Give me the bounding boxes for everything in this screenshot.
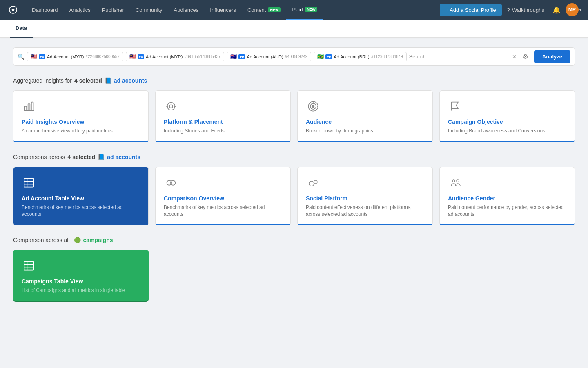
svg-point-5 <box>167 103 175 110</box>
card-paid-insights-overview[interactable]: Paid Insights Overview A comprehensive v… <box>13 90 149 142</box>
card-desc-campaigns-table: List of Campaigns and all metrics in sin… <box>22 287 140 294</box>
question-icon: ? <box>507 7 510 13</box>
account-name-4: Ad Account (BRL) <box>334 54 369 59</box>
card-social-platform[interactable]: Social Platform Paid content effectivene… <box>297 167 433 226</box>
svg-rect-10 <box>170 105 173 108</box>
clear-search-button[interactable]: ✕ <box>510 54 519 60</box>
target-icon <box>306 99 321 114</box>
campaigns-section-title: Comparison across all 🟢 campaigns <box>13 237 575 243</box>
svg-rect-1 <box>25 106 27 111</box>
svg-point-23 <box>309 181 314 186</box>
flag-aud: 🇦🇺 <box>230 54 237 60</box>
notifications-bell[interactable]: 🔔 <box>549 6 564 14</box>
nav-content[interactable]: Content NEW <box>242 0 287 20</box>
nav-paid[interactable]: Paid NEW <box>286 0 323 20</box>
flag-brl: 🇧🇷 <box>317 54 324 60</box>
bar-chart-icon <box>22 99 36 114</box>
card-audience-gender[interactable]: Audience Gender Paid content performance… <box>439 167 575 226</box>
add-social-profile-button[interactable]: + Add a Social Profile <box>440 4 502 16</box>
card-title-campaign-obj: Campaign Objective <box>448 119 566 125</box>
walkthroughs-button[interactable]: ? Walkthroughs <box>502 0 549 20</box>
account-tag-2[interactable]: 🇲🇾 Fb Ad Account (MYR) #691655143885437 <box>126 52 224 61</box>
card-desc-ad-account-table: Benchmarks of key metrics across selecte… <box>22 204 140 218</box>
svg-rect-3 <box>31 102 33 111</box>
crosshair-icon <box>164 99 178 114</box>
svg-rect-2 <box>28 104 30 110</box>
fb-icon-2: Fb <box>138 54 144 59</box>
fb-icon-3: Fb <box>238 54 245 59</box>
nav-publisher[interactable]: Publisher <box>96 0 130 20</box>
svg-rect-17 <box>24 178 33 187</box>
app-logo[interactable] <box>7 3 20 16</box>
content-badge: NEW <box>268 7 281 12</box>
account-id-1: #22688025000557 <box>85 54 119 59</box>
analyze-button[interactable]: Analyze <box>534 50 570 63</box>
card-comparison-overview[interactable]: Comparison Overview Benchmarks of key me… <box>155 167 291 226</box>
flag-myr-2: 🇲🇾 <box>129 54 136 60</box>
card-title-paid-insights: Paid Insights Overview <box>22 119 140 125</box>
campaigns-cards-row: Campaigns Table View List of Campaigns a… <box>13 250 575 302</box>
card-title-audience: Audience <box>306 119 424 125</box>
account-tag-3[interactable]: 🇦🇺 Fb Ad Account (AUD) #403589249 <box>227 52 311 61</box>
svg-point-13 <box>312 105 314 108</box>
people-icon <box>448 175 463 190</box>
card-title-audience-gender: Audience Gender <box>448 195 566 202</box>
nav-analytics[interactable]: Analytics <box>64 0 96 20</box>
account-name-3: Ad Account (AUD) <box>247 54 283 59</box>
card-platform-placement[interactable]: Platform & Placement Including Stories a… <box>155 90 291 142</box>
fb-icon-4: Fb <box>325 54 332 59</box>
nav-community[interactable]: Community <box>130 0 168 20</box>
tab-data[interactable]: Data <box>10 20 33 38</box>
card-desc-comparison-overview: Benchmarks of key metrics across selecte… <box>164 204 282 218</box>
nav-audiences[interactable]: Audiences <box>168 0 205 20</box>
nav-dashboard[interactable]: Dashboard <box>26 0 64 20</box>
search-bar: 🔍 🇲🇾 Fb Ad Account (MYR) #22688025000557… <box>13 47 575 66</box>
card-title-ad-account-table: Ad Account Table View <box>22 195 140 202</box>
card-ad-account-table[interactable]: Ad Account Table View Benchmarks of key … <box>13 167 149 226</box>
svg-point-26 <box>457 180 459 182</box>
comparison-icon <box>164 175 178 190</box>
account-id-4: #1129887384649 <box>371 54 403 59</box>
account-id-3: #403589249 <box>285 54 308 59</box>
nav-influencers[interactable]: Influencers <box>204 0 242 20</box>
table-green-icon <box>22 258 36 273</box>
flag-myr-1: 🇲🇾 <box>31 54 37 60</box>
account-name-2: Ad Account (MYR) <box>146 54 183 59</box>
account-tag-1[interactable]: 🇲🇾 Fb Ad Account (MYR) #22688025000557 <box>27 52 123 61</box>
search-input[interactable] <box>409 54 508 60</box>
flag-icon <box>448 99 463 114</box>
comparisons-section-title: Comparisons across 4 selected 📘 ad accou… <box>13 154 575 160</box>
svg-point-24 <box>314 180 317 184</box>
subnav: Data <box>0 20 588 38</box>
card-campaigns-table-view[interactable]: Campaigns Table View List of Campaigns a… <box>13 250 149 302</box>
fb-icon-1: Fb <box>39 54 45 59</box>
card-desc-paid-insights: A comprehensive view of key paid metrics <box>22 128 140 135</box>
avatar-dropdown-arrow[interactable]: ▾ <box>579 8 581 12</box>
facebook-icon-agg: 📘 <box>105 77 111 84</box>
circles-icon <box>306 175 321 190</box>
card-campaign-objective[interactable]: Campaign Objective Including Brand aware… <box>439 90 575 142</box>
card-desc-campaign-obj: Including Brand awareness and Conversion… <box>448 128 566 135</box>
account-tag-4[interactable]: 🇧🇷 Fb Ad Account (BRL) #1129887384649 <box>314 52 406 61</box>
aggregated-cards-grid: Paid Insights Overview A comprehensive v… <box>13 90 575 142</box>
account-id-2: #691655143885437 <box>184 54 220 59</box>
svg-rect-27 <box>24 262 33 270</box>
search-icon: 🔍 <box>18 54 24 60</box>
card-desc-audience-gender: Paid content performance by gender, acro… <box>448 204 566 218</box>
table-icon-active <box>22 175 36 190</box>
filter-icon[interactable]: ⚙ <box>521 53 530 61</box>
svg-point-25 <box>452 180 455 182</box>
card-desc-platform: Including Stories and Feeds <box>164 128 282 135</box>
card-title-social-platform: Social Platform <box>306 195 424 202</box>
card-desc-social-platform: Paid content effectiveness on different … <box>306 204 424 218</box>
paid-badge: NEW <box>305 7 317 12</box>
card-title-platform: Platform & Placement <box>164 119 282 125</box>
campaigns-icon: 🟢 <box>74 237 81 243</box>
aggregated-section-title: Aggregated insights for 4 selected 📘 ad … <box>13 77 575 84</box>
main-content: 🔍 🇲🇾 Fb Ad Account (MYR) #22688025000557… <box>0 38 588 312</box>
avatar[interactable]: MR <box>566 3 579 16</box>
navbar: Dashboard Analytics Publisher Community … <box>0 0 588 20</box>
account-name-1: Ad Account (MYR) <box>47 54 84 59</box>
card-audience[interactable]: Audience Broken down by demographics <box>297 90 433 142</box>
facebook-icon-comp: 📘 <box>98 154 105 160</box>
